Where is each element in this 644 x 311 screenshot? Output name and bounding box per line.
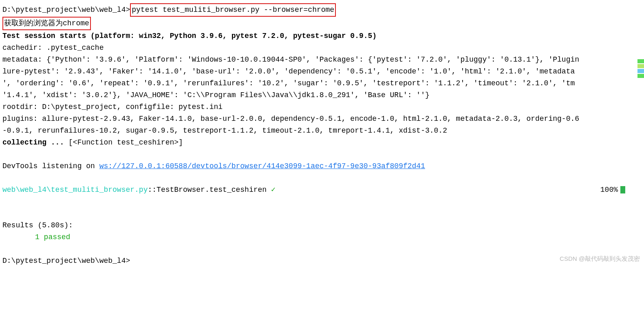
prompt-path: D:\pytest_project\web\web_l4> [2, 6, 130, 14]
side-progress-bar [637, 59, 644, 79]
prompt-line-1: D:\pytest_project\web\web_l4>pytest test… [2, 3, 642, 17]
blank-line [2, 149, 642, 160]
cachedir-line: cachedir: .pytest_cache [2, 42, 642, 54]
prompt-line-2: D:\pytest_project\web\web_l4> [2, 255, 642, 267]
devtools-line: DevTools listening on ws://127.0.0.1:605… [2, 160, 642, 172]
results-passed: 1 passed [2, 231, 642, 243]
cn-message-box: 获取到的浏览器为chrome [2, 17, 91, 30]
collecting-items: [<Function test_ceshiren>] [68, 138, 183, 147]
test-result-line: web\web_l4\test_muliti_browser.py::TestB… [2, 184, 642, 196]
metadata-line-2: lure-pytest': '2.9.43', 'Faker': '14.1.0… [2, 66, 642, 78]
metadata-line-3: ', 'ordering': '0.6', 'repeat': '0.9.1',… [2, 78, 642, 89]
rootdir-line: rootdir: D:\pytest_project, configfile: … [2, 101, 642, 113]
blank-line [2, 196, 642, 208]
test-file-path: web\web_l4\test_muliti_browser.py [2, 186, 148, 194]
blank-line [2, 208, 642, 220]
test-name: TestBrowser.test_ceshiren [157, 186, 267, 194]
collecting-line: collecting ... [<Function test_ceshiren>… [2, 137, 642, 149]
results-header: Results (5.80s): [2, 220, 642, 231]
progress-segment [637, 69, 644, 73]
progress-segment [637, 74, 644, 78]
metadata-line-1: metadata: {'Python': '3.9.6', 'Platform'… [2, 54, 642, 66]
progress-block-icon [620, 186, 625, 193]
progress-segment [637, 59, 644, 63]
csdn-watermark: CSDN @敲代码敲到头发茂密 [560, 253, 640, 264]
test-separator: :: [148, 186, 157, 194]
metadata-line-4: '1.4.1', 'xdist': '3.0.2'}, 'JAVA_HOME':… [2, 89, 642, 101]
plugins-line-1: plugins: allure-pytest-2.9.43, Faker-14.… [2, 113, 642, 125]
cn-message-line: 获取到的浏览器为chrome [2, 17, 642, 30]
blank-line [2, 243, 642, 255]
terminal-output: D:\pytest_project\web\web_l4>pytest test… [0, 0, 644, 267]
collecting-prefix: collecting ... [2, 138, 68, 147]
progress-segment [637, 64, 644, 68]
blank-line [2, 172, 642, 184]
devtools-prefix: DevTools listening on [2, 162, 99, 170]
check-mark-icon: ✓ [267, 186, 276, 194]
command-highlight-box: pytest test_muliti_browser.py --browser=… [130, 3, 336, 17]
plugins-line-2: -0.9.1, rerunfailures-10.2, sugar-0.9.5,… [2, 125, 642, 137]
session-header: Test session starts (platform: win32, Py… [2, 30, 642, 42]
percent-complete: 100% [600, 184, 625, 196]
devtools-url-link[interactable]: ws://127.0.0.1:60588/devtools/browser/41… [99, 162, 425, 170]
percent-text: 100% [600, 186, 618, 194]
